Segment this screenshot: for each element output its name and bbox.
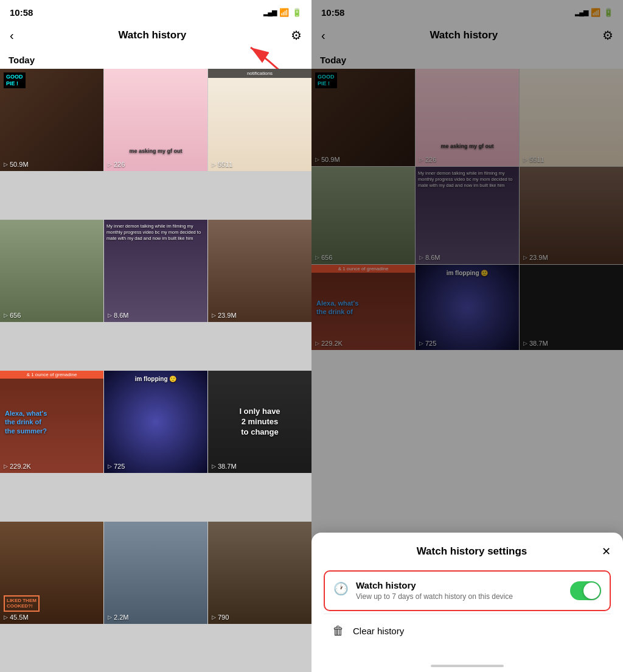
status-bar-left: 10:58 ▂▄▆ 📶 🔋 xyxy=(0,0,312,22)
left-phone-panel: 10:58 ▂▄▆ 📶 🔋 ‹ Watch history ⚙ Today xyxy=(0,0,312,672)
r-video-cell-4: ▷656 xyxy=(312,167,415,264)
video-count-9: ▷38.7M xyxy=(212,463,237,470)
back-button-left[interactable]: ‹ xyxy=(10,29,14,43)
history-clock-icon: 🕐 xyxy=(333,581,349,596)
toggle-knob xyxy=(583,583,600,599)
video-cell-1[interactable]: GOODPIE ! ▷50.9M xyxy=(0,69,103,171)
signal-icon: ▂▄▆ xyxy=(263,9,276,16)
video-count-2: ▷226 xyxy=(108,161,125,168)
toggle-description: View up to 7 days of watch history on th… xyxy=(356,592,513,601)
video-grid-left: GOODPIE ! ▷50.9M me asking my gf out ▷22… xyxy=(0,69,312,672)
watch-history-toggle[interactable] xyxy=(570,581,601,600)
video-cell-3[interactable]: notifications ▷5511 xyxy=(208,69,312,171)
trash-icon: 🗑 xyxy=(332,624,344,638)
gear-button-right[interactable]: ⚙ xyxy=(602,28,613,43)
toggle-row-text: Watch history View up to 7 days of watch… xyxy=(356,580,563,601)
good-pie-badge: GOODPIE ! xyxy=(4,72,26,88)
clear-history-row[interactable]: 🗑 Clear history xyxy=(324,614,611,648)
section-label-today-right: Today xyxy=(312,51,623,69)
r-video-cell-5: My inner demon talking while im filming … xyxy=(416,167,519,264)
sheet-header: Watch history settings ✕ xyxy=(324,545,611,558)
status-icons-left: ▂▄▆ 📶 🔋 xyxy=(263,8,302,17)
ounce-banner: & 1 ounce of grenadine xyxy=(0,371,103,379)
im-flopping-text: im flopping 🙂 xyxy=(135,376,177,382)
r-video-cell-8: im flopping 🙂 ▷725 xyxy=(416,265,519,350)
video-cell-7[interactable]: & 1 ounce of grenadine Alexa, what'sthe … xyxy=(0,371,103,473)
video-count-6: ▷23.9M xyxy=(212,312,237,319)
sheet-title: Watch history settings xyxy=(342,545,602,558)
status-bar-right: 10:58 ▂▄▆ 📶 🔋 xyxy=(312,0,623,22)
r-video-cell-2: me asking my gf out ▷226 xyxy=(416,69,519,166)
back-button-right[interactable]: ‹ xyxy=(321,29,325,43)
right-phone-bg: 10:58 ▂▄▆ 📶 🔋 ‹ Watch history ⚙ Today GO… xyxy=(312,0,623,350)
toggle-label: Watch history xyxy=(356,580,563,590)
page-title-left: Watch history xyxy=(118,29,186,41)
video-count-7: ▷229.2K xyxy=(4,463,31,470)
video-count-10: ▷45.5M xyxy=(4,614,29,621)
close-button[interactable]: ✕ xyxy=(602,545,611,558)
r-video-cell-6: ▷23.9M xyxy=(520,167,623,264)
section-label-today-left: Today xyxy=(0,51,312,69)
status-icons-right: ▂▄▆ 📶 🔋 xyxy=(575,8,613,17)
gear-button-left[interactable]: ⚙ xyxy=(291,28,302,43)
video-count-1: ▷50.9M xyxy=(4,161,29,168)
video-cell-9[interactable]: I only have2 minutesto change ▷38.7M xyxy=(208,371,312,473)
wifi-icon: 📶 xyxy=(279,8,289,17)
liked-them-badge: LIKED THEMCOOKED?! xyxy=(4,595,40,612)
status-time-left: 10:58 xyxy=(10,7,33,18)
nav-header-left: ‹ Watch history ⚙ xyxy=(0,22,312,51)
video-cell-11[interactable]: ▷2.2M xyxy=(104,522,207,624)
only-have-text: I only have2 minutesto change xyxy=(239,407,280,438)
status-time-right: 10:58 xyxy=(321,7,344,18)
page-title-right: Watch history xyxy=(430,29,498,41)
notif-banner: notifications xyxy=(208,69,312,78)
watch-history-toggle-row[interactable]: 🕐 Watch history View up to 7 days of wat… xyxy=(324,570,611,611)
anime-caption: me asking my gf out xyxy=(104,69,207,171)
wifi-icon-right: 📶 xyxy=(591,8,600,17)
video-count-4: ▷656 xyxy=(4,312,21,319)
r-video-cell-1: GOODPIE ! ▷50.9M xyxy=(312,69,415,166)
video-cell-6[interactable]: ▷23.9M xyxy=(208,220,312,322)
right-phone-panel: 10:58 ▂▄▆ 📶 🔋 ‹ Watch history ⚙ Today GO… xyxy=(312,0,623,672)
clear-label: Clear history xyxy=(353,626,404,636)
video-cell-4[interactable]: ▷656 xyxy=(0,220,103,322)
battery-icon: 🔋 xyxy=(292,8,302,17)
video-count-11: ▷2.2M xyxy=(108,614,128,621)
video-count-3: ▷5511 xyxy=(212,161,232,168)
r-video-cell-9: ▷38.7M xyxy=(520,265,623,350)
nav-header-right: ‹ Watch history ⚙ xyxy=(312,22,623,51)
alexa-text: Alexa, what'sthe drink ofthe summer? xyxy=(5,409,47,435)
video-grid-right: GOODPIE ! ▷50.9M me asking my gf out ▷22… xyxy=(312,69,623,350)
video-cell-10[interactable]: LIKED THEMCOOKED?! ▷45.5M xyxy=(0,522,103,624)
video-count-5: ▷8.6M xyxy=(108,312,128,319)
battery-icon-right: 🔋 xyxy=(604,8,613,17)
demon-caption: My inner demon talking while im filming … xyxy=(106,223,205,241)
signal-icon-right: ▂▄▆ xyxy=(575,9,588,16)
r-video-cell-7: & 1 ounce of grenadine Alexa, what'sthe … xyxy=(312,265,415,350)
video-cell-12[interactable]: ▷790 xyxy=(208,522,312,624)
home-indicator xyxy=(431,665,504,667)
video-cell-8[interactable]: im flopping 🙂 ▷725 xyxy=(104,371,207,473)
video-count-8: ▷725 xyxy=(108,463,125,470)
video-cell-5[interactable]: My inner demon talking while im filming … xyxy=(104,220,207,322)
video-count-12: ▷790 xyxy=(212,614,229,621)
r-video-cell-3: ▷5511 xyxy=(520,69,623,166)
watch-history-settings-sheet: Watch history settings ✕ 🕐 Watch history… xyxy=(312,533,623,672)
video-cell-2[interactable]: me asking my gf out ▷226 xyxy=(104,69,207,171)
